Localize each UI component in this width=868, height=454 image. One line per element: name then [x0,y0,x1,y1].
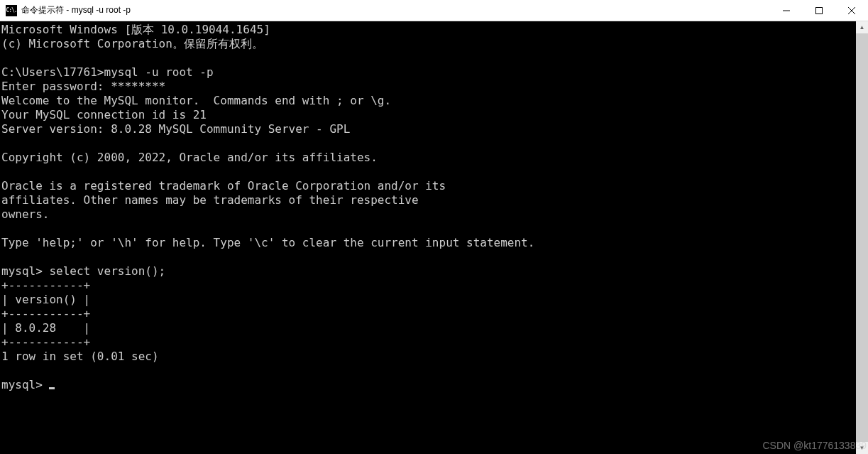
cmd-icon: C:\. [6,5,17,16]
minimize-button[interactable] [770,0,803,21]
scroll-track[interactable] [856,33,868,442]
close-button[interactable] [835,0,868,21]
scroll-thumb[interactable] [856,33,868,442]
watermark: CSDN @kt1776133839 [762,440,867,451]
window-controls [770,0,868,21]
terminal-output[interactable]: Microsoft Windows [版本 10.0.19044.1645] (… [0,21,856,454]
svg-rect-1 [816,7,823,13]
window-title: 命令提示符 - mysql -u root -p [21,4,770,16]
titlebar: C:\. 命令提示符 - mysql -u root -p [0,0,868,21]
terminal-container: Microsoft Windows [版本 10.0.19044.1645] (… [0,21,868,454]
maximize-button[interactable] [803,0,835,21]
scroll-up-button[interactable]: ▲ [856,21,868,33]
cursor-icon [49,387,55,389]
scrollbar[interactable]: ▲ ▼ [856,21,868,454]
